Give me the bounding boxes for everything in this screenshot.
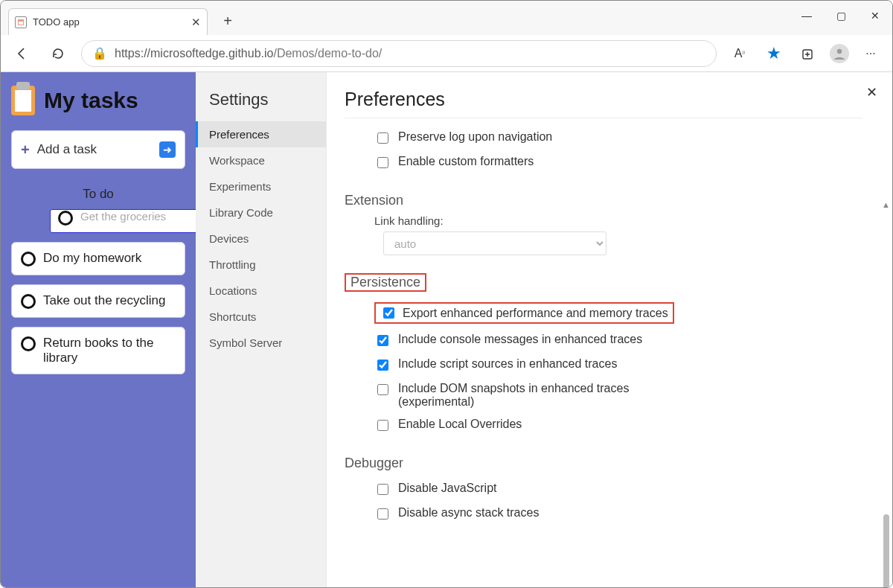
checkbox[interactable] [377,157,388,168]
task-label: Do my homework [43,251,141,266]
option-custom-formatters[interactable]: Enable custom formatters [345,150,862,175]
url-host: microsoftedge.github.io [150,47,273,60]
task-item[interactable]: Get the groceries [50,209,196,233]
checkbox[interactable] [377,420,388,431]
minimize-button[interactable]: — [790,1,824,31]
close-tab-icon[interactable]: ✕ [191,16,201,29]
favicon-icon [15,16,27,28]
settings-nav: Settings Preferences Workspace Experimen… [196,72,327,587]
window-controls: — ▢ ✕ [790,1,892,31]
lock-icon: 🔒 [92,46,107,60]
option-export-enhanced[interactable]: Export enhanced performance and memory t… [345,298,862,328]
profile-avatar[interactable] [830,44,849,63]
list-heading: To do [11,187,185,202]
option-disable-async[interactable]: Disable async stack traces [345,502,862,526]
option-label: Disable JavaScript [398,482,497,495]
address-bar[interactable]: 🔒 https://microsoftedge.github.io/Demos/… [81,40,717,67]
checkbox[interactable] [377,335,388,346]
nav-experiments[interactable]: Experiments [196,173,326,199]
divider [345,118,862,118]
plus-icon: + [21,141,30,159]
option-disable-js[interactable]: Disable JavaScript [345,477,862,502]
option-label: Export enhanced performance and memory t… [403,307,668,320]
radio-icon[interactable] [58,211,73,226]
preferences-title: Preferences [345,89,862,110]
radio-icon[interactable] [21,336,36,351]
close-settings-button[interactable]: ✕ [866,84,877,100]
url-path: /Demos/demo-to-do/ [273,47,382,60]
submit-task-button[interactable]: ➜ [159,141,176,158]
scroll-thumb[interactable] [883,514,889,587]
nav-preferences[interactable]: Preferences [196,121,326,147]
task-item[interactable]: Do my homework [11,242,185,275]
checkbox[interactable] [377,508,388,520]
browser-tab[interactable]: TODO app ✕ [8,8,208,35]
radio-icon[interactable] [21,252,36,266]
radio-icon[interactable] [21,294,36,309]
favorite-button[interactable]: ★ [761,41,787,66]
tab-title: TODO app [33,16,185,28]
option-include-console[interactable]: Include console messages in enhanced tra… [345,328,862,353]
maximize-button[interactable]: ▢ [824,1,858,31]
preferences-pane: ✕ Preferences Preserve log upon navigati… [327,72,892,587]
close-window-button[interactable]: ✕ [858,1,892,31]
option-label: Enable Local Overrides [398,418,522,431]
nav-devices[interactable]: Devices [196,226,326,252]
option-include-script[interactable]: Include script sources in enhanced trace… [345,353,862,377]
section-debugger: Debugger [345,456,862,471]
nav-workspace[interactable]: Workspace [196,147,326,173]
nav-shortcuts[interactable]: Shortcuts [196,304,326,330]
scrollbar[interactable]: ▲ ▼ [882,202,889,587]
task-item[interactable]: Take out the recycling [11,284,185,318]
task-label: Take out the recycling [43,293,165,308]
option-local-overrides[interactable]: Enable Local Overrides [345,413,862,438]
checkbox[interactable] [377,384,388,395]
app-title: My tasks [44,88,138,113]
task-item[interactable]: Return books to the library [11,327,185,374]
section-persistence: Persistence [345,273,862,292]
option-preserve-log[interactable]: Preserve log upon navigation [345,126,862,150]
checkbox[interactable] [383,307,394,319]
add-task-label: Add a task [37,142,97,157]
section-extension: Extension [345,193,862,208]
url-protocol: https:// [115,47,150,60]
settings-heading: Settings [209,90,326,109]
browser-toolbar: 🔒 https://microsoftedge.github.io/Demos/… [1,35,892,72]
option-label: Include console messages in enhanced tra… [398,333,642,346]
option-label: Enable custom formatters [398,155,534,168]
more-menu-button[interactable]: ··· [858,41,883,66]
option-label: Preserve log upon navigation [398,130,552,144]
task-label: Get the groceries [80,210,166,223]
add-task-input[interactable]: + Add a task ➜ [11,130,185,169]
link-handling-select[interactable]: auto [383,231,606,255]
checkbox[interactable] [377,484,388,495]
checkbox[interactable] [377,359,388,371]
option-include-dom[interactable]: Include DOM snapshots in enhanced traces… [345,377,862,413]
nav-locations[interactable]: Locations [196,278,326,304]
svg-point-1 [837,48,842,53]
app-sidebar: My tasks + Add a task ➜ To do Get the gr… [1,72,196,587]
back-button[interactable] [10,41,35,66]
task-label: Return books to the library [43,336,176,365]
option-label: Disable async stack traces [398,506,539,520]
option-label: Include script sources in enhanced trace… [398,357,617,371]
read-aloud-button[interactable]: A⁾⁾ [727,41,752,66]
link-handling-label: Link handling: [345,214,862,227]
refresh-button[interactable] [45,41,71,66]
nav-library-code[interactable]: Library Code [196,199,326,226]
nav-symbol-server[interactable]: Symbol Server [196,330,326,356]
clipboard-icon [11,86,35,115]
scroll-up-icon[interactable]: ▲ [882,200,889,209]
tab-strip: TODO app ✕ + — ▢ ✕ [1,1,892,35]
option-label: Include DOM snapshots in enhanced traces… [398,382,651,409]
checkbox[interactable] [377,132,388,144]
nav-throttling[interactable]: Throttling [196,252,326,278]
new-tab-button[interactable]: + [215,8,240,33]
collections-button[interactable] [796,41,821,66]
